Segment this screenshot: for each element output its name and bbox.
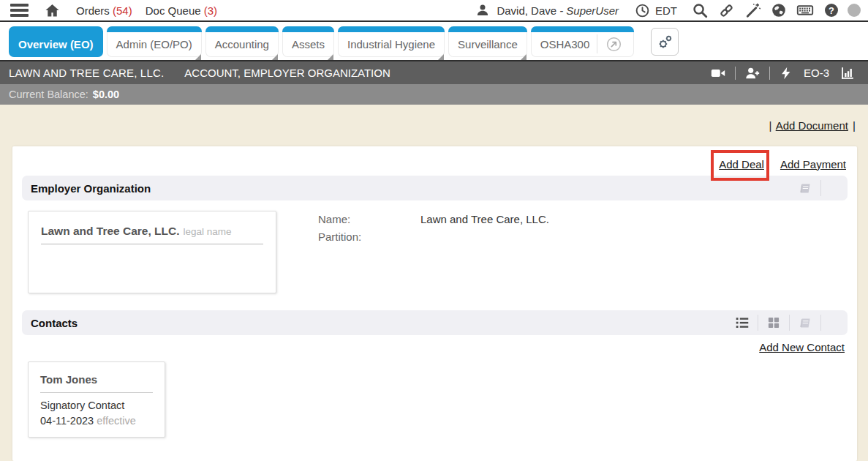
tab-assets[interactable]: Assets (282, 26, 334, 57)
panel-actions-row: Add Deal Add Payment (22, 146, 848, 176)
employer-organization-body: Lawn and Tree Care, LLC.legal name Name:… (22, 200, 848, 293)
contact-card[interactable]: Tom Jones Signatory Contact 04-11-2023 e… (28, 361, 165, 438)
notes-book-icon[interactable] (790, 176, 820, 200)
add-payment-link[interactable]: Add Payment (780, 158, 846, 170)
tab-label: OSHA300 (540, 38, 590, 50)
legal-name-value: Lawn and Tree Care, LLC. (41, 225, 180, 237)
divider (769, 67, 770, 80)
dropdown-caret-icon (521, 54, 527, 60)
dropdown-caret-icon (438, 54, 444, 60)
section-title: Employer Organization (31, 182, 151, 195)
doc-queue-count: (3) (204, 4, 217, 17)
keyboard-icon[interactable] (794, 1, 816, 19)
contact-date-suffix: effective (97, 415, 136, 427)
contact-date-value: 04-11-2023 (40, 415, 94, 427)
add-deal-link[interactable]: Add Deal (719, 158, 764, 170)
timezone-label: EDT (655, 4, 677, 17)
tab-accounting[interactable]: Accounting (205, 26, 279, 57)
list-view-icon[interactable] (727, 310, 758, 335)
user-role: - SuperUser (559, 4, 619, 17)
doc-queue-label: Doc Queue (146, 4, 201, 17)
tab-admin-eo-po[interactable]: Admin (EO/PO) (107, 26, 202, 57)
entity-title-bar: LAWN AND TREE CARE, LLC. ACCOUNT, EMPLOY… (0, 61, 868, 84)
pipe-separator: | (853, 119, 856, 132)
field-row-partition: Partition: (318, 230, 549, 243)
tab-label: Assets (292, 38, 325, 50)
add-document-link[interactable]: Add Document (776, 119, 848, 132)
top-bar-left: Orders (54) Doc Queue (3) (9, 2, 217, 19)
balance-value: $0.00 (93, 89, 119, 100)
field-label: Partition: (318, 230, 420, 243)
entity-name: LAWN AND TREE CARE, LLC. (9, 67, 164, 79)
tab-label: Accounting (215, 38, 269, 50)
add-contact-row: Add New Contact (22, 341, 845, 356)
tab-bar: Overview (EO) Admin (EO/PO) Accounting A… (0, 22, 868, 61)
video-camera-icon[interactable] (708, 65, 728, 81)
field-row-name: Name: Lawn and Tree Care, LLC. (318, 213, 549, 225)
orders-count: (54) (113, 4, 132, 17)
link-icon[interactable] (716, 2, 737, 19)
popout-icon[interactable] (603, 36, 624, 53)
tab-settings-button[interactable] (651, 28, 679, 56)
user-name[interactable]: David, Dave (497, 4, 556, 17)
user-icon (473, 3, 492, 18)
entity-code: EO-3 (804, 67, 829, 79)
spacer (821, 176, 848, 200)
notes-book-icon[interactable] (790, 310, 820, 335)
nav-doc-queue[interactable]: Doc Queue (3) (146, 4, 217, 17)
tab-label: Industrial Hygiene (347, 38, 435, 50)
main-panel: Add Deal Add Payment Employer Organizati… (12, 146, 857, 461)
section-tools (790, 176, 848, 200)
grid-view-icon[interactable] (758, 310, 789, 335)
nav-orders[interactable]: Orders (54) (76, 4, 132, 17)
dropdown-caret-icon (195, 54, 201, 60)
help-glyph: ? (829, 5, 834, 16)
tab-industrial-hygiene[interactable]: Industrial Hygiene (338, 26, 445, 57)
help-icon[interactable]: ? (821, 2, 842, 18)
menu-icon[interactable] (9, 2, 30, 18)
legal-name-line: Lawn and Tree Care, LLC.legal name (41, 225, 263, 244)
field-label: Name: (318, 213, 420, 225)
top-bar: Orders (54) Doc Queue (3) David, Dave - … (0, 0, 868, 22)
section-title: Contacts (31, 317, 78, 329)
search-icon[interactable] (690, 2, 711, 19)
contacts-header: Contacts (22, 310, 848, 335)
tab-label: Overview (EO) (18, 38, 94, 50)
tab-overview-eo[interactable]: Overview (EO) (9, 26, 103, 57)
contact-role: Signatory Contact (40, 400, 153, 411)
lightning-icon[interactable] (777, 66, 796, 80)
legal-name-placeholder: legal name (184, 226, 232, 237)
title-bar-tools: EO-3 (708, 65, 858, 81)
employer-organization-header: Employer Organization (22, 176, 848, 200)
content-area: | Add Document | Add Deal Add Payment Em… (0, 105, 868, 461)
pipe-separator: | (769, 119, 771, 132)
add-deal-wrapper: Add Deal (719, 158, 764, 170)
divider (597, 34, 597, 53)
dropdown-caret-icon (328, 54, 333, 60)
dropdown-caret-icon (272, 54, 278, 60)
entity-type: ACCOUNT, EMPLOYER ORGANIZATION (184, 67, 390, 79)
legal-name-card[interactable]: Lawn and Tree Care, LLC.legal name (28, 211, 276, 293)
orders-label: Orders (76, 4, 110, 17)
add-new-contact-link[interactable]: Add New Contact (759, 341, 845, 353)
globe-icon[interactable] (769, 2, 789, 18)
gears-icon (656, 33, 674, 51)
add-person-icon[interactable] (742, 65, 763, 81)
divider (40, 392, 153, 393)
spacer (821, 310, 848, 335)
balance-bar: Current Balance: $0.00 (0, 84, 868, 105)
clock-icon[interactable] (633, 3, 652, 18)
chart-icon[interactable] (837, 65, 858, 81)
tab-osha300[interactable]: OSHA300 (531, 26, 635, 57)
tab-label: Admin (EO/PO) (116, 38, 192, 50)
tab-surveillance[interactable]: Surveillance (448, 26, 527, 57)
status-dot (848, 4, 861, 17)
balance-label: Current Balance: (9, 89, 88, 100)
field-value: Lawn and Tree Care, LLC. (420, 213, 549, 225)
divider (735, 67, 736, 80)
wand-icon[interactable] (742, 2, 763, 19)
contact-date: 04-11-2023 effective (40, 415, 153, 427)
home-icon[interactable] (42, 2, 63, 19)
document-actions-row: | Add Document | (12, 119, 857, 132)
section-tools (727, 310, 848, 335)
